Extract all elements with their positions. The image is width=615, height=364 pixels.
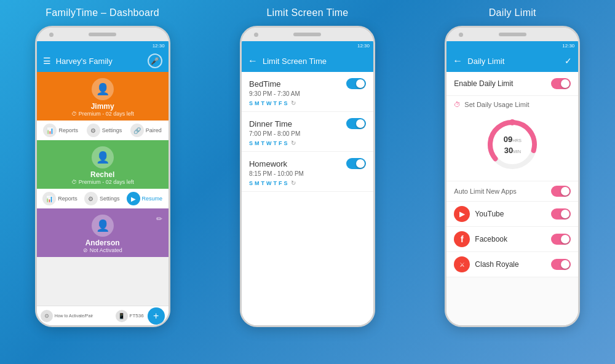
dashboard-content: 👤 Jimmy ⏱ Premium - 02 days left 📊 (37, 72, 169, 306)
hamburger-icon[interactable]: ☰ (43, 56, 51, 66)
jimmy-avatar: 👤 (92, 78, 114, 100)
screen3-title: Daily Limit (467, 57, 504, 66)
bedtime-days: S M T W T F S ↻ (249, 100, 366, 106)
facebook-toggle[interactable] (551, 234, 571, 245)
rechel-name: Rechel (90, 170, 114, 179)
enable-daily-limit-row: Enable Daily Limit (446, 72, 578, 96)
user-card-anderson: ✏ 👤 Anderson ⊘ Not Activated (37, 208, 169, 257)
dinnertime-header: Dinner Time (249, 118, 366, 129)
phone-top-bar-2 (242, 28, 373, 41)
rechel-status-icon: ⏱ (71, 179, 77, 185)
dial-min-label: MIN (513, 149, 521, 154)
jimmy-paired-btn[interactable]: 🔗 Paired (130, 124, 162, 137)
rechel-status: ⏱ Premium - 02 days left (71, 179, 134, 185)
dial-hrs-label: HRS (512, 138, 522, 143)
day-sa1: S (284, 100, 288, 106)
edit-pencil-icon[interactable]: ✏ (156, 215, 162, 223)
auto-limit-toggle[interactable] (551, 186, 571, 197)
day-t1: T (261, 100, 265, 106)
refresh-icon-1: ↻ (291, 100, 296, 106)
resume-icon: ▶ (127, 192, 140, 205)
homework-label: Homework (249, 159, 287, 168)
dial-container: 09HRS 30MIN (454, 113, 571, 176)
rechel-resume-btn[interactable]: ▶ Resume (127, 192, 163, 205)
clash-royale-icon: ⚔ (454, 256, 470, 272)
youtube-toggle[interactable] (551, 208, 571, 220)
svg-point-2 (509, 119, 515, 125)
youtube-toggle-knob (561, 210, 569, 218)
homework-entry: Homework 8:15 PM - 10:00 PM S M T W T (242, 152, 373, 192)
clock-icon: ⏱ (454, 101, 461, 108)
anderson-status-icon: ⊘ (83, 247, 88, 253)
day-f1: F (279, 100, 282, 106)
dinnertime-range: 7:00 PM - 8:00 PM (249, 130, 366, 137)
dial-mins: 30 (504, 146, 513, 155)
rechel-reports-btn[interactable]: 📊 Reports (42, 192, 77, 205)
dinnertime-label: Dinner Time (249, 119, 292, 129)
rechel-resume-label: Resume (142, 196, 163, 202)
anderson-avatar-icon: 👤 (96, 219, 109, 232)
jimmy-reports-btn[interactable]: 📊 Reports (43, 124, 78, 137)
day-s2: S (249, 140, 253, 146)
camera-2 (254, 33, 258, 37)
speaker-3 (499, 33, 526, 36)
rechel-avatar-icon: 👤 (96, 151, 109, 164)
speaker-2 (293, 33, 321, 36)
dashboard-header: ☰ Harvey's Family 🎤 (37, 50, 169, 72)
status-time-1: 12:30 (153, 43, 165, 49)
auto-limit-row: Auto Limit New Apps (446, 181, 578, 202)
app-container: FamilyTime – Dashboard 12:30 ☰ Harvey's … (0, 0, 615, 364)
back-arrow-2[interactable]: ← (248, 55, 258, 66)
settings-icon-1: ⚙ (87, 124, 100, 137)
paired-icon: 🔗 (130, 124, 144, 137)
back-arrow-3[interactable]: ← (453, 55, 462, 66)
rechel-actions: 📊 Reports ⚙ Settings ▶ Resume (37, 189, 169, 208)
bedtime-range: 9:30 PM - 7:30 AM (249, 90, 366, 97)
rechel-avatar: 👤 (92, 146, 114, 168)
panel1-title: FamilyTime – Dashboard (46, 7, 159, 18)
clash-royale-toggle[interactable] (551, 259, 571, 270)
anderson-status: ⊘ Not Activated (83, 247, 122, 253)
bedtime-toggle-knob (356, 79, 365, 88)
rechel-status-text: Premium - 02 days left (79, 179, 134, 185)
day-m2: M (255, 140, 260, 146)
dinnertime-toggle[interactable] (346, 118, 366, 129)
dial-hours: 09 (504, 135, 512, 144)
facebook-row: f Facebook (446, 227, 578, 252)
clash-royale-name: Clash Royale (475, 260, 518, 269)
jimmy-actions: 📊 Reports ⚙ Settings 🔗 Paired (37, 121, 169, 140)
day-t2: T (261, 140, 265, 146)
mic-button[interactable]: 🎤 (148, 53, 162, 68)
activate-label: How to Activate/Pair (55, 314, 93, 318)
facebook-icon: f (454, 231, 470, 247)
check-icon[interactable]: ✓ (565, 56, 572, 66)
day-sa2: S (284, 140, 288, 146)
bedtime-header: BedTime (249, 78, 366, 89)
homework-header: Homework (249, 158, 366, 169)
rechel-settings-btn[interactable]: ⚙ Settings (84, 192, 120, 205)
fab-button[interactable]: + (148, 307, 165, 325)
dial-wrapper[interactable]: 09HRS 30MIN (485, 117, 540, 172)
panel-dashboard: FamilyTime – Dashboard 12:30 ☰ Harvey's … (0, 0, 205, 364)
bedtime-toggle[interactable] (346, 78, 366, 89)
screen3-header: ← Daily Limit ✓ (446, 50, 578, 72)
jimmy-paired-label: Paired (146, 127, 162, 133)
ft-btn[interactable]: 📱 FT536 (112, 310, 148, 322)
day-s3: S (249, 180, 253, 186)
jimmy-name: Jimmy (91, 102, 114, 111)
enable-daily-limit-toggle[interactable] (551, 78, 571, 89)
speaker-1 (89, 33, 116, 36)
youtube-icon: ▶ (454, 206, 470, 222)
jimmy-avatar-icon: 👤 (96, 82, 109, 96)
bedtime-label: BedTime (249, 79, 281, 89)
panel-limit-screen-time: Limit Screen Time 12:30 ← Limit Screen T… (205, 0, 410, 364)
homework-toggle[interactable] (346, 158, 366, 169)
activate-pair-btn[interactable]: ⚙ How to Activate/Pair (41, 310, 112, 322)
jimmy-settings-btn[interactable]: ⚙ Settings (87, 124, 122, 137)
day-sa3: S (284, 180, 288, 186)
dial-text: 09HRS 30MIN (499, 133, 526, 155)
day-m3: M (255, 180, 260, 186)
day-w2: W (266, 140, 272, 146)
enable-daily-limit-label: Enable Daily Limit (454, 79, 513, 88)
ft-icon: 📱 (116, 310, 128, 322)
